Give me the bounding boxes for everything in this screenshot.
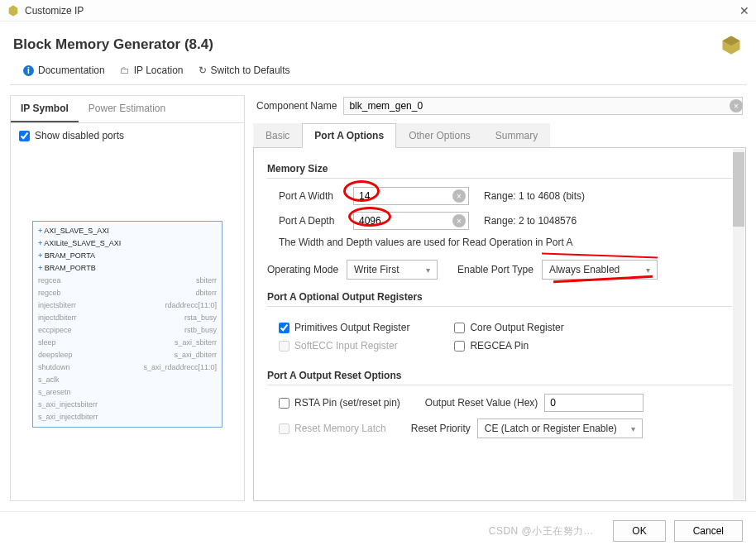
primitives-output-register-checkbox[interactable] xyxy=(279,323,289,333)
enable-port-type-label: Enable Port Type xyxy=(457,264,534,275)
reset-memory-latch-label: Reset Memory Latch xyxy=(294,423,386,434)
port-a-width-input[interactable] xyxy=(353,187,469,205)
tab-ip-symbol[interactable]: IP Symbol xyxy=(11,96,79,122)
scrollbar[interactable] xyxy=(733,149,744,500)
toolbar: i Documentation 🗀 IP Location ↻ Switch t… xyxy=(10,65,746,85)
component-name-label: Component Name xyxy=(256,100,337,112)
output-reset-value-input[interactable] xyxy=(544,394,644,412)
port-a-depth-input[interactable] xyxy=(353,212,469,230)
tab-port-a-options[interactable]: Port A Options xyxy=(302,123,396,148)
port-a-width-label: Port A Width xyxy=(279,190,347,202)
info-icon: i xyxy=(23,65,34,76)
customize-ip-window: Customize IP ✕ Block Memory Generator (8… xyxy=(0,0,756,550)
left-panel: IP Symbol Power Estimation Show disabled… xyxy=(10,95,245,501)
show-disabled-ports-row: Show disabled ports xyxy=(11,123,244,148)
config-tabs: Basic Port A Options Other Options Summa… xyxy=(253,123,746,148)
reset-memory-latch-checkbox xyxy=(279,423,289,434)
refresh-icon: ↻ xyxy=(199,65,207,76)
clear-depth-icon[interactable]: × xyxy=(452,214,466,227)
clear-width-icon[interactable]: × xyxy=(452,189,466,203)
regcea-pin-checkbox[interactable] xyxy=(454,341,465,352)
show-disabled-ports-checkbox[interactable] xyxy=(19,131,30,141)
titlebar: Customize IP ✕ xyxy=(0,0,756,22)
tab-other-options[interactable]: Other Options xyxy=(396,123,483,147)
softecc-input-register-checkbox xyxy=(279,341,289,352)
softecc-input-register-row: SoftECC Input Register xyxy=(279,340,409,352)
right-panel: Component Name × Basic Port A Options Ot… xyxy=(253,95,746,501)
ip-block: + AXI_SLAVE_S_AXI + AXILite_SLAVE_S_AXI … xyxy=(32,221,222,428)
memory-size-heading: Memory Size xyxy=(267,163,732,179)
tab-summary[interactable]: Summary xyxy=(483,123,550,147)
memory-size-note: The Width and Depth values are used for … xyxy=(279,237,732,248)
header: Block Memory Generator (8.4) xyxy=(0,22,756,65)
ip-location-link[interactable]: 🗀 IP Location xyxy=(120,65,184,76)
footer: CSDN @小王在努力... OK Cancel xyxy=(0,511,756,550)
page-title: Block Memory Generator (8.4) xyxy=(13,36,213,53)
reset-priority-select[interactable]: CE (Latch or Register Enable) ▾ xyxy=(477,418,643,438)
window-title: Customize IP xyxy=(25,5,84,17)
clear-component-name-icon[interactable]: × xyxy=(730,99,743,112)
chevron-down-icon: ▾ xyxy=(631,424,635,433)
rsta-pin-label: RSTA Pin (set/reset pin) xyxy=(294,397,400,409)
tab-content: Memory Size Port A Width × Range: 1 to 4… xyxy=(253,148,746,501)
reset-priority-label: Reset Priority xyxy=(411,423,471,434)
regcea-pin-row: REGCEA Pin xyxy=(454,340,563,352)
close-icon[interactable]: ✕ xyxy=(739,4,749,17)
documentation-link[interactable]: i Documentation xyxy=(23,65,105,76)
app-logo-icon xyxy=(7,4,20,17)
port-a-width-range: Range: 1 to 4608 (bits) xyxy=(484,190,585,202)
core-output-register-row: Core Output Register xyxy=(454,322,563,333)
core-output-register-checkbox[interactable] xyxy=(454,323,465,333)
enable-port-type-select[interactable]: Always Enabled ▾ xyxy=(542,260,658,280)
chevron-down-icon: ▾ xyxy=(426,265,430,275)
chevron-down-icon: ▾ xyxy=(646,265,650,275)
output-reset-value-label: Output Reset Value (Hex) xyxy=(425,397,538,409)
switch-defaults-link[interactable]: ↻ Switch to Defaults xyxy=(199,65,290,76)
vendor-logo-icon xyxy=(720,33,743,56)
body: IP Symbol Power Estimation Show disabled… xyxy=(0,85,756,511)
output-registers-heading: Port A Optional Output Registers xyxy=(267,291,732,307)
show-disabled-ports-label: Show disabled ports xyxy=(35,130,124,141)
ip-symbol-canvas: + AXI_SLAVE_S_AXI + AXILite_SLAVE_S_AXI … xyxy=(11,148,244,500)
ok-button[interactable]: OK xyxy=(613,520,665,542)
watermark: CSDN @小王在努力... xyxy=(489,524,594,538)
primitives-output-register-row: Primitives Output Register xyxy=(279,322,409,333)
reset-options-heading: Port A Output Reset Options xyxy=(267,370,732,385)
tab-power-estimation[interactable]: Power Estimation xyxy=(79,96,175,122)
cancel-button[interactable]: Cancel xyxy=(674,520,743,542)
tab-basic[interactable]: Basic xyxy=(253,123,302,147)
left-tabs: IP Symbol Power Estimation xyxy=(11,96,244,123)
port-a-depth-range: Range: 2 to 1048576 xyxy=(484,215,577,227)
rsta-pin-checkbox[interactable] xyxy=(279,398,289,409)
port-a-depth-label: Port A Depth xyxy=(279,215,347,227)
folder-icon: 🗀 xyxy=(120,65,130,76)
operating-mode-label: Operating Mode xyxy=(267,264,338,275)
svg-marker-0 xyxy=(9,5,18,16)
component-name-row: Component Name × xyxy=(253,95,746,123)
component-name-input[interactable] xyxy=(343,97,743,115)
operating-mode-select[interactable]: Write First ▾ xyxy=(347,260,438,280)
